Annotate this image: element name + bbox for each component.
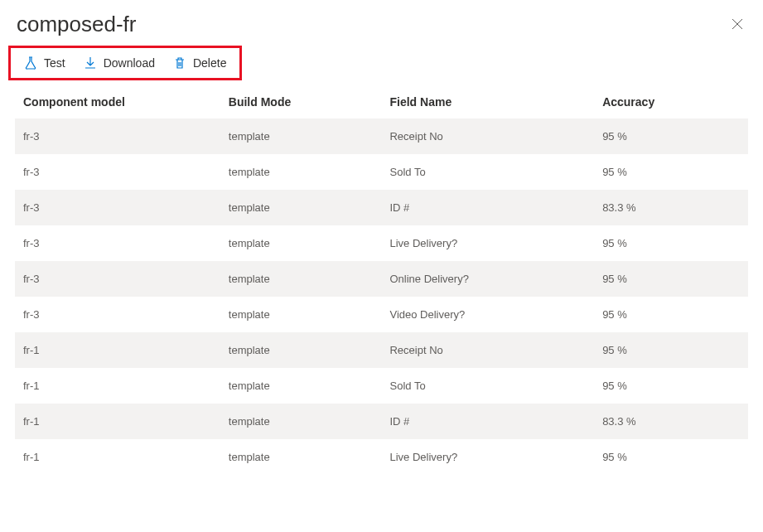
cell-build-mode: template [220,118,382,154]
cell-accuracy: 95 % [594,154,748,190]
cell-accuracy: 83.3 % [594,404,748,439]
cell-component-model: fr-1 [15,404,220,439]
download-label: Download [104,56,155,70]
table-container: Component model Build Mode Field Name Ac… [0,85,763,525]
cell-field-name: ID # [381,404,594,439]
test-label: Test [44,56,65,70]
cell-build-mode: template [220,190,382,225]
download-button[interactable]: Download [84,56,155,70]
cell-build-mode: template [220,154,382,190]
cell-component-model: fr-1 [15,332,220,368]
panel-header: composed-fr [0,0,763,46]
table-row[interactable]: fr-3templateLive Delivery?95 % [15,225,748,261]
cell-field-name: Receipt No [381,332,594,368]
cell-component-model: fr-3 [15,190,220,225]
cell-field-name: ID # [381,190,594,225]
cell-accuracy: 95 % [594,118,748,154]
cell-component-model: fr-1 [15,439,220,475]
cell-accuracy: 95 % [594,261,748,297]
cell-field-name: Live Delivery? [381,225,594,261]
cell-component-model: fr-3 [15,297,220,332]
table-row[interactable]: fr-3templateReceipt No95 % [15,118,748,154]
download-icon [84,56,97,70]
cell-build-mode: template [220,439,382,475]
table-row[interactable]: fr-1templateSold To95 % [15,368,748,404]
flask-icon [24,56,37,70]
cell-component-model: fr-3 [15,154,220,190]
cell-field-name: Sold To [381,154,594,190]
cell-build-mode: template [220,368,382,404]
cell-component-model: fr-1 [15,368,220,404]
cell-build-mode: template [220,297,382,332]
trash-icon [173,56,186,70]
delete-label: Delete [193,56,226,70]
cell-field-name: Receipt No [381,118,594,154]
table-row[interactable]: fr-3templateID #83.3 % [15,190,748,225]
close-button[interactable] [728,14,746,36]
col-component-model[interactable]: Component model [15,85,220,118]
close-icon [732,18,743,30]
table-scroll[interactable]: Component model Build Mode Field Name Ac… [15,85,748,525]
table-row[interactable]: fr-1templateReceipt No95 % [15,332,748,368]
cell-field-name: Live Delivery? [381,439,594,475]
cell-field-name: Sold To [381,368,594,404]
cell-field-name: Video Delivery? [381,297,594,332]
table-row[interactable]: fr-3templateSold To95 % [15,154,748,190]
page-title: composed-fr [17,12,137,37]
table-row[interactable]: fr-3templateOnline Delivery?95 % [15,261,748,297]
test-button[interactable]: Test [24,56,65,70]
cell-accuracy: 95 % [594,297,748,332]
toolbar-highlight: Test Download Delete [0,46,763,85]
cell-build-mode: template [220,404,382,439]
cell-accuracy: 83.3 % [594,190,748,225]
table-row[interactable]: fr-3templateVideo Delivery?95 % [15,297,748,332]
table-row[interactable]: fr-1templateID #83.3 % [15,404,748,439]
col-field-name[interactable]: Field Name [381,85,594,118]
cell-build-mode: template [220,225,382,261]
cell-build-mode: template [220,332,382,368]
cell-accuracy: 95 % [594,225,748,261]
col-accuracy[interactable]: Accuracy [594,85,748,118]
cell-accuracy: 95 % [594,368,748,404]
cell-accuracy: 95 % [594,439,748,475]
cell-build-mode: template [220,261,382,297]
cell-component-model: fr-3 [15,261,220,297]
cell-component-model: fr-3 [15,118,220,154]
col-build-mode[interactable]: Build Mode [220,85,382,118]
cell-component-model: fr-3 [15,225,220,261]
table-row[interactable]: fr-1templateLive Delivery?95 % [15,439,748,475]
delete-button[interactable]: Delete [173,56,226,70]
table-header-row: Component model Build Mode Field Name Ac… [15,85,748,118]
toolbar: Test Download Delete [8,46,242,80]
component-table: Component model Build Mode Field Name Ac… [15,85,748,475]
cell-field-name: Online Delivery? [381,261,594,297]
cell-accuracy: 95 % [594,332,748,368]
